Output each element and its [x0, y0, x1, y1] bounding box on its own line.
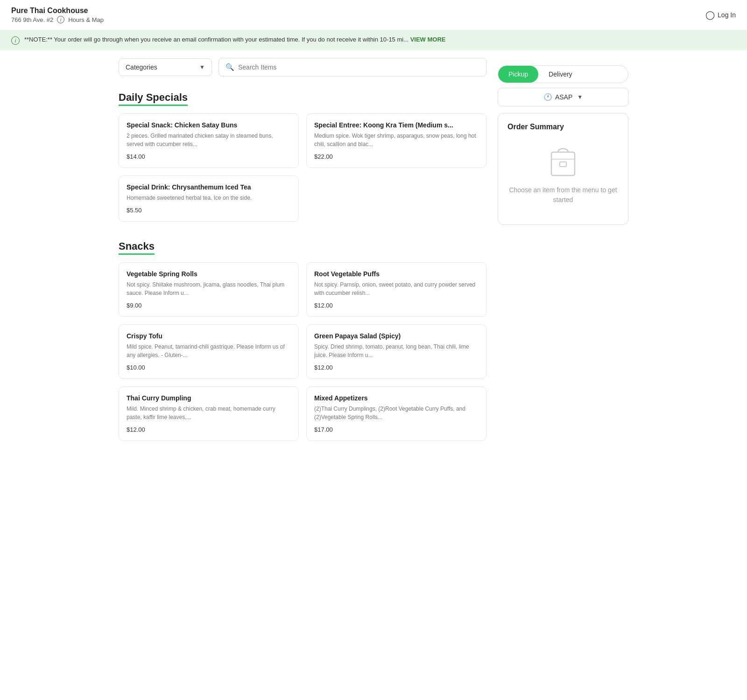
- section-heading-daily-specials: Daily Specials: [119, 91, 188, 106]
- menu-item-name: Root Vegetable Puffs: [314, 270, 479, 278]
- menu-sections: Daily SpecialsSpecial Snack: Chicken Sat…: [119, 77, 486, 441]
- pickup-delivery-toggle: Pickup Delivery: [498, 65, 628, 83]
- categories-label: Categories: [126, 63, 157, 71]
- delivery-button[interactable]: Delivery: [538, 66, 583, 83]
- menu-item-card[interactable]: Special Entree: Koong Kra Tiem (Medium s…: [306, 113, 486, 168]
- menu-item-price: $14.00: [127, 153, 291, 160]
- order-summary-title: Order Summary: [507, 123, 619, 131]
- chevron-down-icon: ▼: [199, 64, 205, 70]
- menu-item-card[interactable]: Vegetable Spring RollsNot spicy. Shiitak…: [119, 262, 299, 317]
- menu-item-price: $10.00: [127, 364, 291, 371]
- menu-item-card[interactable]: Green Papaya Salad (Spicy)Spicy. Dried s…: [306, 324, 486, 379]
- empty-bag-icon: [547, 140, 579, 178]
- menu-grid-snacks: Vegetable Spring RollsNot spicy. Shiitak…: [119, 262, 486, 441]
- svg-rect-0: [551, 152, 575, 175]
- menu-item-name: Vegetable Spring Rolls: [127, 270, 291, 278]
- menu-item-card[interactable]: Crispy TofuMild spice. Peanut, tamarind-…: [119, 324, 299, 379]
- menu-item-name: Special Snack: Chicken Satay Buns: [127, 121, 291, 129]
- section-snacks: SnacksVegetable Spring RollsNot spicy. S…: [119, 225, 486, 441]
- view-more-link[interactable]: VIEW MORE: [410, 36, 446, 43]
- categories-dropdown[interactable]: Categories ▼: [119, 58, 212, 76]
- chevron-down-icon-asap: ▼: [577, 94, 583, 100]
- menu-item-card[interactable]: Mixed Appetizers(2)Thai Curry Dumplings,…: [306, 386, 486, 441]
- menu-item-description: Medium spice. Wok tiger shrimp, asparagu…: [314, 132, 479, 148]
- person-icon: ◯: [705, 10, 715, 20]
- restaurant-info: Pure Thai Cookhouse 766 9th Ave. #2 i Ho…: [11, 7, 104, 23]
- menu-item-description: Mild spice. Peanut, tamarind-chili gastr…: [127, 343, 291, 359]
- hours-map-link[interactable]: Hours & Map: [68, 16, 104, 23]
- menu-item-card[interactable]: Root Vegetable PuffsNot spicy. Parnsip, …: [306, 262, 486, 317]
- notice-banner: i **NOTE:** Your order will go through w…: [0, 30, 747, 50]
- login-label: Log In: [718, 11, 736, 19]
- notice-info-icon: i: [11, 36, 20, 45]
- main-layout: Categories ▼ 🔍 Daily SpecialsSpecial Sna…: [107, 50, 640, 445]
- menu-grid-daily-specials: Special Snack: Chicken Satay Buns2 piece…: [119, 113, 486, 222]
- controls-row: Categories ▼ 🔍: [119, 50, 486, 77]
- pickup-button[interactable]: Pickup: [498, 66, 538, 83]
- bag-icon-wrapper: [507, 140, 619, 178]
- login-button[interactable]: ◯ Log In: [705, 10, 736, 20]
- menu-item-name: Special Entree: Koong Kra Tiem (Medium s…: [314, 121, 479, 129]
- menu-item-card[interactable]: Thai Curry DumplingMild. Minced shrimp &…: [119, 386, 299, 441]
- menu-item-description: (2)Thai Curry Dumplings, (2)Root Vegetab…: [314, 405, 479, 421]
- menu-item-price: $9.00: [127, 302, 291, 309]
- section-heading-snacks: Snacks: [119, 240, 155, 255]
- asap-selector[interactable]: 🕐 ASAP ▼: [498, 88, 628, 106]
- menu-item-name: Thai Curry Dumpling: [127, 394, 291, 402]
- menu-item-price: $5.50: [127, 207, 291, 214]
- restaurant-name: Pure Thai Cookhouse: [11, 7, 104, 15]
- menu-item-description: Spicy. Dried shrimp, tomato, peanut, lon…: [314, 343, 479, 359]
- menu-item-description: Not spicy. Parnsip, onion, sweet potato,…: [314, 280, 479, 297]
- info-icon: i: [57, 16, 64, 23]
- order-sidebar: Pickup Delivery 🕐 ASAP ▼ Order Summary C…: [498, 50, 628, 445]
- menu-item-price: $22.00: [314, 153, 479, 160]
- clock-icon: 🕐: [543, 93, 552, 101]
- svg-rect-2: [560, 162, 566, 167]
- asap-label: ASAP: [555, 93, 572, 101]
- menu-item-card[interactable]: Special Drink: Chrysanthemum Iced TeaHom…: [119, 175, 299, 222]
- menu-item-description: Homemade sweetened herbal tea. Ice on th…: [127, 194, 291, 202]
- menu-area: Categories ▼ 🔍 Daily SpecialsSpecial Sna…: [119, 50, 498, 445]
- menu-item-card[interactable]: Special Snack: Chicken Satay Buns2 piece…: [119, 113, 299, 168]
- search-box: 🔍: [218, 58, 486, 77]
- search-icon: 🔍: [226, 63, 234, 71]
- menu-item-price: $12.00: [127, 426, 291, 433]
- menu-item-name: Green Papaya Salad (Spicy): [314, 332, 479, 340]
- restaurant-sub: 766 9th Ave. #2 i Hours & Map: [11, 16, 104, 23]
- menu-item-description: Not spicy. Shiitake mushroom, jicama, gl…: [127, 280, 291, 297]
- search-input[interactable]: [238, 63, 479, 71]
- empty-message: Choose an item from the menu to get star…: [507, 185, 619, 205]
- section-daily-specials: Daily SpecialsSpecial Snack: Chicken Sat…: [119, 77, 486, 222]
- order-summary-box: Order Summary Choose an item from the me…: [498, 113, 628, 225]
- menu-item-name: Mixed Appetizers: [314, 394, 479, 402]
- notice-text: **NOTE:** Your order will go through whe…: [24, 36, 736, 43]
- site-header: Pure Thai Cookhouse 766 9th Ave. #2 i Ho…: [0, 0, 747, 30]
- menu-item-description: Mild. Minced shrimp & chicken, crab meat…: [127, 405, 291, 421]
- menu-item-price: $12.00: [314, 364, 479, 371]
- menu-item-name: Special Drink: Chrysanthemum Iced Tea: [127, 183, 291, 191]
- menu-item-name: Crispy Tofu: [127, 332, 291, 340]
- menu-item-price: $12.00: [314, 302, 479, 309]
- restaurant-address: 766 9th Ave. #2: [11, 16, 53, 23]
- menu-item-description: 2 pieces. Grilled marinated chicken sata…: [127, 132, 291, 148]
- menu-item-price: $17.00: [314, 426, 479, 433]
